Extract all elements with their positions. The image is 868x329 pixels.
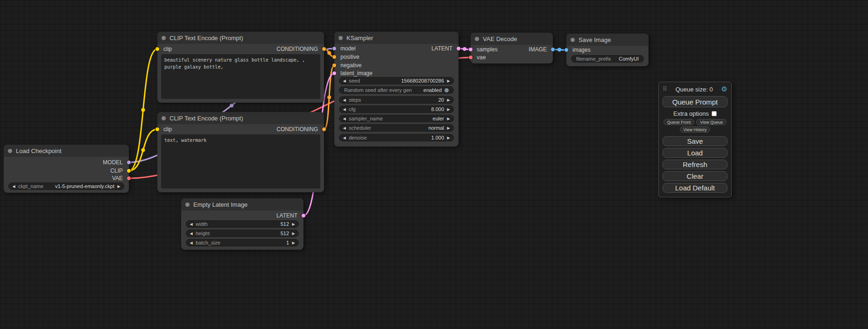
decrement-arrow-icon[interactable]: ◀ [342,115,346,122]
node-empty-latent-image[interactable]: Empty Latent Image LATENT ◀ width 512 ▶ … [181,198,303,250]
save-button[interactable]: Save [663,136,727,146]
load-button[interactable]: Load [663,148,727,158]
widget-label: height [196,231,210,236]
vae-slot-dot[interactable] [468,55,473,60]
decrement-arrow-icon[interactable]: ◀ [189,230,193,237]
node-title-bar[interactable]: VAE Decode [471,33,553,45]
conditioning-slot-dot[interactable] [332,55,337,59]
collapse-dot-icon[interactable] [162,116,166,120]
node-clip-text-encode-positive[interactable]: CLIP Text Encode (Prompt) clip CONDITION… [157,32,324,103]
node-title-bar[interactable]: KSampler [334,32,459,44]
node-ksampler[interactable]: KSampler model LATENT positive negative … [334,32,459,147]
widget-cfg[interactable]: ◀ cfg 8.000 ▶ [339,105,454,113]
widget-value: enabled [423,87,442,93]
output-slot-vae[interactable]: VAE [4,175,129,182]
drag-handle-icon[interactable]: ⠿ [663,85,667,93]
prompt-textarea[interactable]: beautiful scenery nature glass bottle la… [161,54,320,99]
decrement-arrow-icon[interactable]: ◀ [342,125,346,132]
settings-gear-icon[interactable]: ⚙ [721,85,727,93]
decrement-arrow-icon[interactable]: ◀ [12,183,16,190]
increment-arrow-icon[interactable]: ▶ [446,125,451,132]
output-slot-model[interactable]: MODEL [4,159,129,166]
increment-arrow-icon[interactable]: ▶ [291,230,296,237]
widget-steps[interactable]: ◀ steps 20 ▶ [339,96,454,104]
conditioning-slot-dot[interactable] [332,63,337,68]
widget-width[interactable]: ◀ width 512 ▶ [186,220,299,228]
input-slot-latent-image[interactable]: latent_image [334,70,459,77]
increment-arrow-icon[interactable]: ▶ [446,106,451,113]
decrement-arrow-icon[interactable]: ◀ [189,239,193,246]
queue-prompt-button[interactable]: Queue Prompt [663,96,727,107]
collapse-dot-icon[interactable] [571,38,575,42]
widget-random-seed-toggle[interactable]: Random seed after every gen enabled [339,86,454,94]
node-load-checkpoint[interactable]: Load Checkpoint MODEL CLIP VAE ◀ ckpt_na… [4,145,129,193]
latent-slot-dot[interactable] [332,71,337,76]
output-slot-clip[interactable]: CLIP [4,167,129,175]
conditioning-slot-dot[interactable] [322,127,326,132]
collapse-dot-icon[interactable] [185,203,190,207]
vae-slot-dot[interactable] [127,176,131,181]
increment-arrow-icon[interactable]: ▶ [291,239,296,246]
node-vae-decode[interactable]: VAE Decode samples IMAGE vae [471,33,553,63]
widget-ckpt-name[interactable]: ◀ ckpt_name v1-5-pruned-emaonly.ckpt ▶ [8,182,124,190]
increment-arrow-icon[interactable]: ▶ [117,183,121,190]
latent-slot-dot[interactable] [456,46,461,51]
prompt-textarea[interactable]: text, watermark [161,134,320,189]
image-slot-dot[interactable] [564,48,569,52]
view-queue-button[interactable]: View Queue [696,119,727,125]
node-title-bar[interactable]: Save Image [566,34,649,46]
input-slot-vae[interactable]: vae [471,54,553,61]
node-title: CLIP Text Encode (Prompt) [169,115,243,122]
increment-arrow-icon[interactable]: ▶ [446,97,451,104]
clear-button[interactable]: Clear [663,171,727,181]
widget-height[interactable]: ◀ height 512 ▶ [186,230,299,237]
node-title-bar[interactable]: CLIP Text Encode (Prompt) [157,112,324,124]
widget-sampler-name[interactable]: ◀ sampler_name euler ▶ [339,115,454,122]
increment-arrow-icon[interactable]: ▶ [446,115,451,122]
decrement-arrow-icon[interactable]: ◀ [189,221,193,228]
widget-scheduler[interactable]: ◀ scheduler normal ▶ [339,124,454,132]
widget-denoise[interactable]: ◀ denoise 1.000 ▶ [339,134,454,141]
view-history-button[interactable]: View History [680,126,711,133]
increment-arrow-icon[interactable]: ▶ [446,134,451,141]
load-default-button[interactable]: Load Default [663,183,727,193]
widget-batch-size[interactable]: ◀ batch_size 1 ▶ [186,239,299,246]
increment-arrow-icon[interactable]: ▶ [291,221,296,228]
collapse-dot-icon[interactable] [162,36,166,40]
node-title-bar[interactable]: Empty Latent Image [181,198,303,210]
input-slot-positive[interactable]: positive [334,53,459,61]
decrement-arrow-icon[interactable]: ◀ [342,106,346,113]
conditioning-slot-dot[interactable] [322,47,326,51]
output-slot-latent[interactable]: LATENT [181,212,303,219]
queue-front-button[interactable]: Queue Front [663,119,695,125]
node-clip-text-encode-negative[interactable]: CLIP Text Encode (Prompt) clip CONDITION… [157,112,324,192]
input-slot-negative[interactable]: negative [334,62,459,69]
increment-arrow-icon[interactable]: ▶ [446,77,451,84]
extra-options-checkbox[interactable] [712,111,717,116]
output-slot-conditioning[interactable]: CONDITIONING [157,126,324,133]
latent-slot-dot[interactable] [301,213,306,218]
widget-filename-prefix[interactable]: filename_prefix ComfyUI [571,55,644,63]
output-slot-image[interactable]: IMAGE [471,46,553,53]
toggle-dot-icon[interactable] [445,88,449,92]
collapse-dot-icon[interactable] [8,149,12,153]
widget-seed[interactable]: ◀ seed 156680208700286 ▶ [339,77,454,84]
node-save-image[interactable]: Save Image images filename_prefix ComfyU… [566,34,649,66]
node-canvas[interactable]: Load Checkpoint MODEL CLIP VAE ◀ ckpt_na… [0,0,868,329]
clip-slot-dot[interactable] [127,168,131,173]
input-slot-images[interactable]: images [566,46,649,54]
node-title-bar[interactable]: CLIP Text Encode (Prompt) [157,32,324,44]
output-slot-latent[interactable]: LATENT [334,45,459,52]
node-title-bar[interactable]: Load Checkpoint [4,145,129,157]
decrement-arrow-icon[interactable]: ◀ [342,77,346,84]
link-midpoint-dot [230,104,233,107]
collapse-dot-icon[interactable] [475,37,479,41]
decrement-arrow-icon[interactable]: ◀ [342,134,346,141]
widget-label: cfg [349,106,356,112]
collapse-dot-icon[interactable] [339,36,343,40]
decrement-arrow-icon[interactable]: ◀ [342,97,346,104]
refresh-button[interactable]: Refresh [663,160,727,169]
model-slot-dot[interactable] [127,160,131,165]
image-slot-dot[interactable] [550,47,555,52]
output-slot-conditioning[interactable]: CONDITIONING [157,45,324,53]
